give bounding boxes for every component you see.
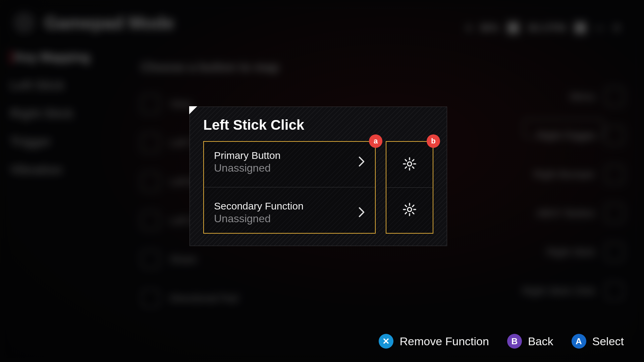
left-stick-click-dialog: Left Stick Click a Primary Button Unassi… bbox=[190, 107, 447, 246]
badge-b: b bbox=[427, 134, 440, 148]
dialog-title: Left Stick Click bbox=[190, 107, 447, 141]
a-button-icon: A bbox=[572, 334, 586, 349]
chevron-right-icon bbox=[358, 207, 365, 219]
primary-settings-button[interactable] bbox=[386, 142, 433, 187]
secondary-function-value: Unassigned bbox=[214, 213, 304, 225]
dialog-main-column: a Primary Button Unassigned Secondary Fu… bbox=[203, 141, 376, 234]
primary-button-value: Unassigned bbox=[214, 162, 280, 174]
prompt-back-label: Back bbox=[528, 335, 553, 348]
gear-icon bbox=[402, 202, 417, 219]
primary-button-row[interactable]: Primary Button Unassigned bbox=[204, 142, 375, 182]
prompt-remove-function[interactable]: ✕ Remove Function bbox=[379, 334, 489, 349]
prompt-select[interactable]: A Select bbox=[572, 334, 624, 349]
prompt-back[interactable]: B Back bbox=[507, 334, 553, 349]
secondary-function-row[interactable]: Secondary Function Unassigned bbox=[204, 192, 375, 233]
dialog-side-column: b bbox=[386, 141, 433, 234]
badge-a: a bbox=[369, 134, 382, 148]
dialog-corner-accent bbox=[189, 106, 197, 114]
x-button-icon: ✕ bbox=[379, 334, 393, 349]
secondary-function-label: Secondary Function bbox=[214, 200, 304, 212]
svg-point-0 bbox=[408, 162, 412, 166]
svg-point-1 bbox=[408, 207, 412, 212]
primary-button-label: Primary Button bbox=[214, 150, 280, 161]
gear-icon bbox=[402, 156, 417, 173]
prompt-remove-label: Remove Function bbox=[399, 335, 489, 348]
b-button-icon: B bbox=[507, 334, 522, 349]
prompt-select-label: Select bbox=[592, 335, 624, 348]
footer-prompts: ✕ Remove Function B Back A Select bbox=[379, 334, 624, 349]
chevron-right-icon bbox=[358, 156, 365, 168]
secondary-settings-button[interactable] bbox=[386, 187, 433, 233]
